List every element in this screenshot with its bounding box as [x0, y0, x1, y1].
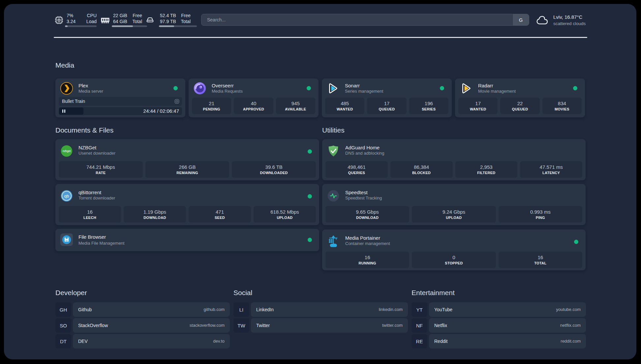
service-desc: Media File Management [78, 241, 124, 246]
weather-location-temp: Lviv, 16.87°C [553, 14, 582, 20]
speedtest-stats: 9.65 GbpsDOWNLOAD 9.24 GbpsUPLOAD 0.993 … [325, 206, 582, 223]
stat-running: 16RUNNING [325, 252, 409, 268]
search-input[interactable]: Search... G [201, 14, 529, 26]
service-name: Radarr [478, 83, 493, 88]
service-name: File Browser [78, 234, 106, 240]
adguard-icon [327, 145, 340, 157]
pause-button[interactable] [59, 107, 83, 115]
stat-upload: 618.52 MbpsUPLOAD [254, 206, 316, 223]
bookmark-twitter[interactable]: TW Twittertwitter.com [233, 318, 408, 333]
bookmark-name: Twitter [256, 318, 270, 333]
bookmark-linkedin[interactable]: LI LinkedInlinkedin.com [233, 302, 408, 317]
stat-wanted: 485WANTED [325, 98, 364, 114]
svg-text:qb: qb [64, 194, 69, 198]
stat-rate: 744.21 MbpsRATE [59, 161, 143, 178]
bookmark-name: StackOverflow [78, 318, 108, 333]
overseerr-stats: 21PENDING 40APPROVED 945AVAILABLE [192, 98, 315, 114]
cpu-usage-bar [65, 25, 97, 27]
memory-label2: Total [132, 18, 142, 24]
service-card-nzbget[interactable]: nzbget NZBGet Usenet downloader 744.21 M… [55, 139, 319, 180]
bookmark-dev[interactable]: DT DEVdev.to [55, 334, 230, 349]
stat-leech: 16LEECH [59, 206, 121, 223]
memory-free: 22 GiB [113, 13, 127, 18]
bookmark-url: twitter.com [382, 318, 403, 333]
filebrowser-icon [60, 233, 73, 246]
bookmark-github[interactable]: GH Githubgithub.com [55, 302, 230, 317]
portainer-icon [327, 235, 340, 248]
service-desc: Torrent downloader [78, 196, 115, 200]
adguard-stats: 498,461QUERIES 86,384BLOCKED 2,953FILTER… [325, 161, 582, 178]
bookmark-abbr: YT [412, 302, 427, 317]
disk-stats: 52.4 TB97.9 TB FreeTotal [160, 13, 191, 24]
stat-downloaded: 39.6 TBDOWNLOADED [232, 161, 316, 178]
service-name: Overseerr [212, 83, 234, 88]
bookmark-abbr: RE [412, 334, 427, 349]
bookmark-name: Reddit [434, 334, 447, 349]
plex-now-playing: Bullet Train [59, 97, 182, 106]
weather-cloud-icon [536, 15, 550, 26]
service-card-sonarr[interactable]: Sonarr Series management 485WANTED 17QUE… [322, 78, 452, 117]
status-dot [308, 149, 312, 154]
stat-pending: 21PENDING [192, 98, 231, 114]
radarr-icon [460, 82, 473, 95]
status-dot [573, 86, 577, 90]
bookmark-name: Github [78, 302, 92, 317]
bookmark-netflix[interactable]: NF Netflixnetflix.com [412, 318, 586, 333]
service-card-portainer[interactable]: Media Portainer Container management 16R… [322, 229, 586, 270]
stat-stopped: 0STOPPED [412, 252, 496, 268]
disk-total: 97.9 TB [160, 18, 176, 24]
service-desc: Speedtest Tracking [345, 196, 382, 200]
status-dot [173, 86, 178, 90]
service-desc: DNS and adblocking [345, 151, 384, 156]
section-title-social: Social [233, 289, 252, 297]
service-card-filebrowser[interactable]: File Browser Media File Management [55, 229, 319, 251]
service-desc: Usenet downloader [78, 151, 115, 156]
service-name: Sonarr [345, 83, 360, 88]
bookmark-stackoverflow[interactable]: SO StackOverflowstackoverflow.com [55, 318, 230, 333]
stat-download: 9.65 GbpsDOWNLOAD [325, 206, 409, 223]
search-provider-button[interactable]: G [512, 14, 529, 25]
stat-queued: 17QUEUED [367, 98, 406, 114]
bookmark-abbr: DT [55, 334, 71, 349]
stat-wanted: 17WANTED [458, 98, 498, 114]
bookmark-abbr: NF [412, 318, 427, 333]
bookmark-youtube[interactable]: YT YouTubeyoutube.com [412, 302, 586, 317]
weather-condition: scattered clouds [553, 21, 586, 26]
bookmark-url: linkedin.com [379, 302, 403, 317]
service-card-plex[interactable]: Plex Media server Bullet Train 24:44 / 0… [55, 78, 185, 117]
search-placeholder: Search... [207, 14, 226, 25]
disk-label1: Free [181, 13, 191, 18]
service-desc: Movie management [478, 89, 516, 94]
radarr-stats: 17WANTED 22QUEUED 834MOVIES [458, 98, 582, 114]
bookmark-url: reddit.com [561, 334, 581, 349]
memory-label1: Free [132, 13, 142, 18]
service-card-qbittorrent[interactable]: qb qBittorrent Torrent downloader 16LEEC… [55, 184, 319, 225]
bookmark-name: DEV [78, 334, 88, 349]
cpu-icon [54, 15, 64, 25]
service-card-speedtest[interactable]: Speedtest Speedtest Tracking 9.65 GbpsDO… [322, 184, 586, 225]
overseerr-icon [193, 82, 206, 95]
cpu-loadavg: 3.24 [67, 18, 76, 24]
service-card-adguard[interactable]: AdGuard Home DNS and adblocking 498,461Q… [322, 139, 586, 180]
stat-queries: 498,461QUERIES [325, 161, 388, 178]
bookmark-abbr: SO [55, 318, 71, 333]
bookmark-abbr: TW [233, 318, 249, 333]
portainer-stats: 16RUNNING 0STOPPED 16TOTAL [325, 252, 582, 268]
sonarr-stats: 485WANTED 17QUEUED 196SERIES [325, 98, 448, 114]
bookmark-abbr: GH [55, 302, 71, 317]
bookmark-url: netflix.com [560, 318, 581, 333]
stat-movies: 834MOVIES [542, 98, 582, 114]
video-icon [174, 99, 179, 104]
service-desc: Container management [345, 241, 390, 246]
service-card-radarr[interactable]: Radarr Movie management 17WANTED 22QUEUE… [455, 78, 585, 117]
stat-upload: 9.24 GbpsUPLOAD [412, 206, 496, 223]
qbittorrent-stats: 16LEECH 1.19 GbpsDOWNLOAD 471SEED 618.52… [59, 206, 316, 223]
plex-icon [60, 82, 73, 95]
bookmark-reddit[interactable]: RE Redditreddit.com [412, 334, 586, 349]
service-card-overseerr[interactable]: Overseerr Media Requests 21PENDING 40APP… [189, 78, 319, 117]
bookmark-url: stackoverflow.com [190, 318, 225, 333]
stat-ping: 0.993 msPING [499, 206, 582, 223]
stat-queued: 22QUEUED [500, 98, 539, 114]
service-name: Speedtest [345, 190, 368, 195]
bookmark-name: LinkedIn [256, 302, 274, 317]
